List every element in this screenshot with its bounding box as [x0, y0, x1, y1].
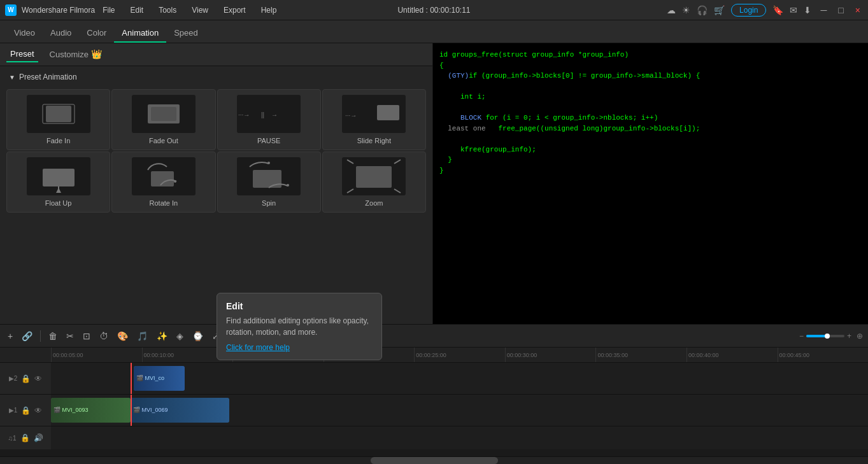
track-num-2: ▶2 — [9, 375, 18, 382]
zoom-reset-icon[interactable]: ⊕ — [857, 332, 863, 341]
svg-point-14 — [267, 162, 270, 164]
anim-item-slide-right[interactable]: ···→ Slide Right — [322, 89, 426, 150]
track-lock-icon[interactable]: 🔒 — [21, 374, 31, 383]
anim-preview-zoom — [342, 157, 406, 195]
tl-timer-button[interactable]: ⌚ — [190, 330, 206, 342]
anim-preview-float-up — [27, 157, 90, 195]
svg-line-21 — [394, 189, 401, 193]
anim-preview-fade-in — [27, 95, 90, 133]
zoom-minus-icon[interactable]: − — [799, 332, 804, 341]
svg-text:···→: ···→ — [345, 112, 357, 119]
download-icon[interactable]: ⬇ — [804, 5, 811, 15]
tl-mask-button[interactable]: ◈ — [174, 330, 186, 342]
anim-preview-slide-right: ···→ — [342, 95, 406, 133]
sun-icon[interactable]: ☀ — [682, 5, 690, 15]
headphones-icon[interactable]: 🎧 — [697, 5, 708, 15]
terminal-line: int i; — [439, 92, 862, 102]
svg-line-18 — [347, 160, 353, 164]
tl-color-button[interactable]: 🎨 — [115, 330, 131, 342]
tab-speed[interactable]: Speed — [166, 24, 206, 43]
crown-icon: 👑 — [91, 49, 102, 59]
tl-speed-button[interactable]: ⏱ — [97, 330, 111, 342]
track-header-audio: ♫1 🔒 🔊 — [0, 426, 51, 449]
tl-audio-button[interactable]: 🎵 — [134, 330, 150, 342]
anim-item-spin[interactable]: Spin — [217, 151, 321, 213]
terminal-line: } — [439, 155, 862, 165]
ruler-mark-7: 00:00:35:00 — [595, 348, 687, 362]
close-button[interactable]: × — [853, 5, 863, 15]
menu-tools[interactable]: Tools — [156, 4, 179, 16]
menu-help[interactable]: Help — [259, 4, 280, 16]
timeline-section: + 🔗 🗑 ✂ ⊡ ⏱ 🎨 🎵 ✨ ◈ ⌚ ⤢ ⊞ ♫ − + ⊕ 00:00:… — [0, 324, 868, 464]
zoom-plus-icon[interactable]: + — [847, 332, 851, 341]
anim-item-fade-in[interactable]: Fade In — [6, 89, 110, 150]
svg-line-19 — [394, 160, 401, 164]
track-lock-audio[interactable]: 🔒 — [20, 433, 30, 442]
mail-icon[interactable]: ✉ — [790, 5, 797, 15]
tl-effects-button[interactable]: ✨ — [154, 330, 170, 342]
timeline-ruler: 00:00:05:00 00:00:10:00 00:00:15:00 00:0… — [0, 348, 868, 363]
clip-c3[interactable]: 🎬 MVI_0069 — [131, 398, 229, 423]
anim-label-zoom: Zoom — [365, 199, 383, 207]
clip-c2[interactable]: 🎬 MVI_0093 — [51, 398, 131, 423]
tooltip-link[interactable]: Click for more help — [226, 343, 290, 352]
titlebar-menu: File Edit Tools View Export Help — [100, 4, 279, 16]
track-row-1: ▶1 🔒 👁 🎬 MVI_0093 🎬 MVI_0069 — [0, 395, 868, 426]
anim-label-fade-in: Fade In — [46, 137, 70, 144]
maximize-button[interactable]: □ — [836, 5, 846, 15]
svg-text:||: || — [261, 111, 264, 118]
svg-rect-8 — [377, 105, 399, 120]
anim-item-rotate-in[interactable]: Rotate In — [111, 151, 215, 213]
shop-icon[interactable]: 🛒 — [714, 5, 725, 15]
tab-audio[interactable]: Audio — [43, 24, 79, 43]
tl-link-button[interactable]: 🔗 — [19, 330, 35, 342]
menu-edit[interactable]: Edit — [128, 4, 146, 16]
clip-c1[interactable]: 🎬 MVI_co — [134, 366, 185, 391]
menu-view[interactable]: View — [189, 4, 211, 16]
menu-file[interactable]: File — [100, 4, 117, 16]
svg-marker-11 — [56, 188, 61, 193]
bookmark-icon[interactable]: 🔖 — [772, 5, 783, 15]
tl-crop-button[interactable]: ⊡ — [80, 330, 93, 342]
anim-item-float-up[interactable]: Float Up — [6, 151, 110, 213]
ruler-mark-9: 00:00:45:00 — [778, 348, 869, 362]
tl-cut-button[interactable]: ✂ — [64, 330, 76, 342]
main-tabbar: Video Audio Color Animation Speed — [0, 20, 868, 43]
timeline-toolbar: + 🔗 🗑 ✂ ⊡ ⏱ 🎨 🎵 ✨ ◈ ⌚ ⤢ ⊞ ♫ − + ⊕ — [0, 325, 868, 348]
tab-animation[interactable]: Animation — [114, 24, 166, 43]
cloud-icon[interactable]: ☁ — [667, 5, 676, 15]
tab-video[interactable]: Video — [6, 24, 43, 43]
anim-item-zoom[interactable]: Zoom — [322, 151, 426, 213]
login-button[interactable]: Login — [731, 4, 766, 17]
terminal-line — [439, 102, 862, 113]
minimize-button[interactable]: ─ — [818, 5, 829, 15]
track-row-audio: ♫1 🔒 🔊 — [0, 426, 868, 449]
ruler-mark-5: 00:00:25:00 — [414, 348, 505, 362]
track-eye-icon[interactable]: 👁 — [34, 374, 42, 383]
terminal-line: (GTY)if (group_info->blocks[0] != group_… — [439, 71, 862, 81]
zoom-bar[interactable] — [806, 335, 844, 337]
zoom-control: − + ⊕ — [799, 332, 863, 341]
terminal-line: BLOCK for (i = 0; i < group_info->nblock… — [439, 113, 862, 123]
tl-add-button[interactable]: + — [5, 330, 15, 342]
section-collapse-arrow[interactable]: ▼ — [9, 74, 15, 81]
terminal-line: { — [439, 60, 862, 71]
timeline-scrollbar[interactable] — [0, 456, 868, 464]
terminal-line: least one free_page((unsigned long)group… — [439, 123, 862, 134]
track-eye-icon-1[interactable]: 👁 — [34, 406, 42, 415]
animation-grid: Fade In Fade Out ··· — [0, 85, 432, 216]
anim-item-fade-out[interactable]: Fade Out — [111, 89, 215, 150]
tl-delete-button[interactable]: 🗑 — [46, 330, 60, 342]
track-lock-icon-1[interactable]: 🔒 — [21, 406, 31, 415]
subtab-preset[interactable]: Preset — [6, 46, 38, 62]
terminal-line — [439, 134, 862, 144]
track-content-1: 🎬 MVI_0093 🎬 MVI_0069 — [51, 395, 868, 426]
menu-export[interactable]: Export — [221, 4, 248, 16]
title-text: Untitled : 00:00:10:11 — [397, 6, 470, 15]
anim-item-pause[interactable]: ···→ || → PAUSE — [217, 89, 321, 150]
track-vol-audio[interactable]: 🔊 — [34, 433, 43, 442]
tab-color[interactable]: Color — [79, 24, 114, 43]
ruler-mark-1: 00:00:05:00 — [51, 348, 142, 362]
subtab-customize[interactable]: Customize 👑 — [46, 46, 106, 63]
scrollbar-thumb[interactable] — [371, 457, 498, 464]
